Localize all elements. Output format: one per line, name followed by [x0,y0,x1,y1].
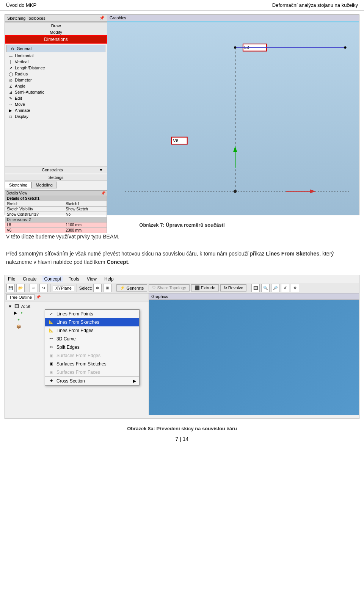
revolve-button[interactable]: ↻ Revolve [220,284,247,292]
settings-bar[interactable]: Settings [5,174,107,181]
dropdown-surfaces-from-faces: ▣ Surfaces From Faces [45,368,139,376]
diameter-item[interactable]: ◎ Diameter [5,77,107,83]
tree-item-1-icon: ✦ [19,310,25,316]
semi-auto-icon: ⊿ [8,89,13,95]
surfaces-from-faces-icon: ▣ [48,369,54,375]
extrude-button[interactable]: ⬛ Extrude [191,284,219,292]
menu-create[interactable]: Create [21,276,38,282]
length-distance-item[interactable]: ↗ Length/Distance [5,65,107,71]
rotate-icon[interactable]: ↺ [281,284,289,292]
sc2-graphics-title: Graphics [149,293,359,300]
surfaces-from-sketches-icon: ▣ [48,361,54,367]
toolbar-sep-5 [249,284,249,292]
pan-icon[interactable]: ✥ [291,284,299,292]
screenshot-1: Sketching Toolboxes 📌 Draw Modify Dimens… [5,14,359,215]
details-table: Details of Sketch1 SketchSketch1 Sketch … [5,196,107,233]
animate-item[interactable]: ▶ Animate [5,107,107,113]
sc2-body: Tree Outline 📌 ▼ 🔲 A: St ▶ ✦ ✦ [5,293,359,415]
lines-from-points-icon: ↗ [48,311,54,317]
vertical-item[interactable]: | Vertical [5,59,107,65]
semi-auto-item[interactable]: ⊿ Semi-Automatic [5,89,107,95]
zoom-fit-icon[interactable]: 🔲 [251,284,260,292]
radius-item[interactable]: ◯ Radius [5,71,107,77]
revolve-icon: ↻ [224,285,227,290]
sketch-svg: L8 V6 [107,22,359,215]
xyplane-label[interactable]: XYPlane [53,285,74,291]
split-edges-icon: ✂ [48,344,54,350]
toolbar-open-icon[interactable]: 📂 [16,284,25,292]
screenshot-2: File Create Concept Tools View Help 💾 📂 … [5,275,359,419]
select-icon-1[interactable]: ⊕ [93,284,102,292]
dropdown-cross-section[interactable]: ✚ Cross Section ▶ [45,376,139,385]
menu-concept[interactable]: Concept [42,276,63,282]
toolbar: 💾 📂 ↩ ↪ XYPlane Select: ⊕ ⊞ ⚡ Generate ♡… [5,283,359,293]
sketching-tab[interactable]: Sketching [5,182,31,188]
graphics-content: L8 V6 [107,22,359,215]
header-right: Deformační analýza stojanu na kuželky [272,2,358,8]
general-tool-item[interactable]: ⊙ General [6,45,105,52]
body-paragraph-2: Před samotným síťováním je však nutné př… [6,249,358,267]
page-footer: 7 | 14 [0,433,364,445]
menu-tools[interactable]: Tools [67,276,81,282]
move-icon: ↔ [8,102,13,107]
surfaces-from-edges-icon: ▣ [48,353,54,359]
graphics-title: Graphics [107,15,359,21]
dropdown-split-edges[interactable]: ✂ Split Edges [45,343,139,351]
general-icon: ⊙ [10,46,15,51]
toolbar-redo-icon[interactable]: ↪ [39,284,48,292]
toolbar-sep-3 [77,284,77,292]
radius-icon: ◯ [8,71,13,77]
page-header: Úvod do MKP Deformační analýza stojanu n… [0,0,364,11]
angle-icon: ∠ [8,83,13,89]
display-icon: □ [8,114,13,119]
edit-item[interactable]: ✎ Edit [5,95,107,101]
toolbox-section: Draw Modify Dimensions [5,22,107,44]
details-row-v6: V62300 mm [5,228,107,233]
angle-item[interactable]: ∠ Angle [5,83,107,89]
menu-file[interactable]: File [6,276,17,282]
details-row-dim-header: Dimensions: 2 [5,217,107,223]
display-item[interactable]: □ Display [5,113,107,119]
menu-view[interactable]: View [85,276,98,282]
zoom-in-icon[interactable]: 🔍 [261,284,270,292]
dimensions-header[interactable]: Dimensions [5,35,107,44]
details-row-sketch: SketchSketch1 [5,201,107,207]
tree-root-icon: 🔲 [14,303,20,309]
dropdown-3d-curve[interactable]: 〜 3D Curve [45,335,139,343]
toolbar-undo-icon[interactable]: ↩ [30,284,38,292]
caption-2: Obrázek 8a: Převedení skicy na souvislou… [0,423,364,433]
generate-button[interactable]: ⚡ Generate [116,284,147,292]
3d-curve-icon: 〜 [48,336,54,342]
toolbar-sep-2 [50,284,50,292]
svg-marker-11 [233,146,237,152]
modeling-tab[interactable]: Modeling [31,182,57,188]
dropdown-lines-from-edges[interactable]: 📐 Lines From Edges [45,326,139,335]
move-item[interactable]: ↔ Move [5,101,107,107]
draw-header[interactable]: Draw [5,22,107,29]
zoom-out-icon[interactable]: 🔎 [271,284,279,292]
constraints-bar[interactable]: Constraints ▼ [5,166,107,173]
select-icon-2[interactable]: ⊞ [103,284,111,292]
share-topology-button[interactable]: ♡ Share Topology [149,284,189,292]
tree-pin-icon: 📌 [36,295,41,299]
select-label: Select: [79,286,92,290]
toolbar-sep-1 [27,284,27,292]
modify-header[interactable]: Modify [5,29,107,35]
cross-section-arrow: ▶ [133,378,136,384]
toolbar-save-icon[interactable]: 💾 [6,284,15,292]
body-text: V této úloze budeme využívat prvky typu … [0,229,364,271]
dropdown-surfaces-from-sketches[interactable]: ▣ Surfaces From Sketches [45,360,139,368]
tree-item-2-icon: ✦ [16,317,22,323]
menu-help[interactable]: Help [103,276,115,282]
horizontal-item[interactable]: — Horizontal [5,53,107,59]
dropdown-lines-from-sketches[interactable]: 📐 Lines From Sketches [45,318,139,326]
left-panel: Sketching Toolboxes 📌 Draw Modify Dimens… [5,15,107,215]
sc2-left: Tree Outline 📌 ▼ 🔲 A: St ▶ ✦ ✦ [5,293,149,415]
lines-from-sketches-icon: 📐 [48,319,54,325]
extrude-icon: ⬛ [195,285,200,290]
heart-icon: ♡ [152,285,156,290]
header-left: Úvod do MKP [6,2,36,8]
dropdown-lines-from-points[interactable]: ↗ Lines From Points [45,310,139,318]
vertical-icon: | [8,59,13,64]
menubar: File Create Concept Tools View Help [5,275,359,283]
